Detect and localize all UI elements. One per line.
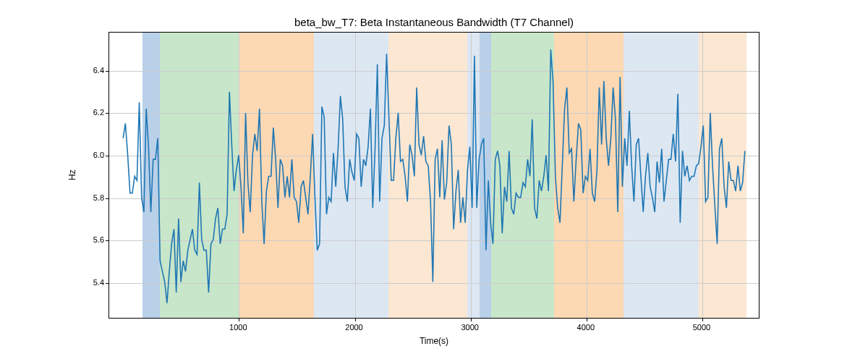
- tick-x: [239, 318, 239, 321]
- x-axis-label: Time(s): [109, 336, 760, 346]
- chart-container: beta_bw_T7: Beta Instantaneous Bandwidth…: [0, 0, 868, 362]
- tick-y: [106, 113, 109, 114]
- plot-inner: [109, 33, 759, 318]
- y-tick-label: 6.0: [75, 151, 104, 159]
- y-tick-label: 6.4: [75, 66, 104, 75]
- tick-y: [106, 283, 109, 284]
- x-tick-label: 5000: [693, 323, 710, 332]
- line-svg: [109, 33, 759, 318]
- tick-y: [106, 198, 109, 199]
- y-tick-label: 6.2: [75, 108, 104, 117]
- chart-title: beta_bw_T7: Beta Instantaneous Bandwidth…: [0, 16, 868, 28]
- y-tick-label: 5.6: [75, 235, 104, 244]
- data-line: [123, 49, 745, 303]
- x-tick-label: 4000: [577, 323, 595, 332]
- x-tick-label: 3000: [461, 323, 478, 332]
- y-tick-label: 5.4: [75, 278, 104, 287]
- plot-area: [109, 32, 760, 319]
- tick-y: [106, 240, 109, 241]
- tick-x: [471, 318, 472, 321]
- tick-x: [702, 318, 703, 321]
- tick-x: [587, 318, 587, 321]
- tick-y: [106, 156, 109, 156]
- y-tick-label: 5.8: [75, 193, 104, 202]
- x-tick-label: 2000: [345, 323, 362, 332]
- tick-y: [106, 71, 109, 72]
- x-tick-label: 1000: [229, 323, 247, 332]
- tick-x: [355, 318, 356, 321]
- y-axis-label: Hz: [67, 169, 77, 180]
